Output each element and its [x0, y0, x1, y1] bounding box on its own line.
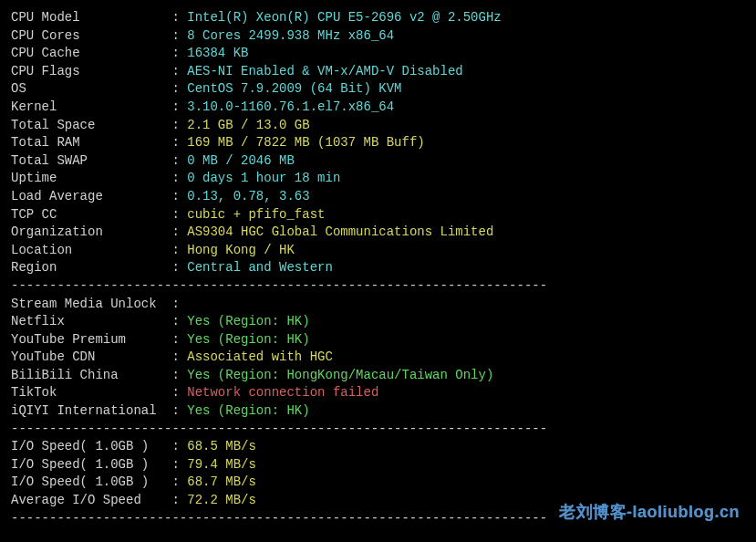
info-row: I/O Speed( 1.0GB ) : 68.7 MB/s	[11, 474, 745, 492]
info-row: Stream Media Unlock :	[11, 296, 745, 314]
info-row: Total Space : 2.1 GB / 13.0 GB	[11, 117, 745, 135]
colon: :	[171, 474, 187, 489]
row-value: AS9304 HGC Global Communications Limited	[187, 224, 493, 239]
row-value: 0 MB / 2046 MB	[187, 153, 295, 168]
row-label: Organization	[11, 224, 171, 239]
row-label: Netflix	[11, 314, 171, 328]
row-label: iQIYI International	[11, 403, 171, 418]
row-label: OS	[11, 81, 171, 96]
row-value: 72.2 MB/s	[187, 493, 256, 507]
row-value: 68.7 MB/s	[187, 474, 256, 489]
row-value: Central and Western	[187, 260, 333, 275]
row-value: 0.13, 0.78, 3.63	[187, 189, 309, 203]
row-label: Total SWAP	[11, 153, 171, 168]
colon: :	[171, 189, 187, 203]
row-value: Intel(R) Xeon(R) CPU E5-2696 v2 @ 2.50GH…	[187, 10, 501, 25]
row-value: Yes (Region: HongKong/Macau/Taiwan Only)	[187, 368, 493, 382]
colon: :	[171, 64, 187, 78]
info-row: Netflix : Yes (Region: HK)	[11, 313, 745, 331]
colon: :	[171, 493, 187, 507]
row-label: CPU Model	[11, 10, 171, 25]
row-label: TCP CC	[11, 207, 171, 222]
info-row: I/O Speed( 1.0GB ) : 68.5 MB/s	[11, 438, 745, 456]
colon: :	[171, 171, 187, 185]
info-row: BiliBili China : Yes (Region: HongKong/M…	[11, 367, 745, 385]
row-label: TikTok	[11, 385, 171, 400]
row-label: I/O Speed( 1.0GB )	[11, 474, 171, 489]
stream-unlock-section: Stream Media Unlock : Netflix : Yes (Reg…	[11, 296, 745, 421]
row-label: CPU Cache	[11, 46, 171, 60]
info-row: Organization : AS9304 HGC Global Communi…	[11, 224, 745, 242]
info-row: CPU Flags : AES-NI Enabled & VM-x/AMD-V …	[11, 63, 745, 81]
info-row: I/O Speed( 1.0GB ) : 79.4 MB/s	[11, 456, 745, 474]
system-info-section: CPU Model : Intel(R) Xeon(R) CPU E5-2696…	[11, 9, 745, 277]
colon: :	[171, 99, 187, 114]
colon: :	[171, 260, 187, 275]
colon: :	[171, 224, 187, 239]
colon: :	[171, 207, 187, 222]
colon: :	[171, 403, 187, 418]
row-label: Kernel	[11, 99, 171, 114]
watermark: 老刘博客-laoliublog.cn	[559, 501, 740, 524]
row-value: 16384 KB	[187, 46, 248, 60]
colon: :	[171, 10, 187, 25]
row-value: 79.4 MB/s	[187, 457, 256, 472]
colon: :	[171, 153, 187, 168]
row-value: 3.10.0-1160.76.1.el7.x86_64	[187, 99, 394, 114]
colon: :	[171, 368, 187, 382]
info-row: YouTube Premium : Yes (Region: HK)	[11, 331, 745, 349]
row-label: Stream Media Unlock	[11, 297, 171, 311]
info-row: CPU Cores : 8 Cores 2499.938 MHz x86_64	[11, 27, 745, 46]
row-label: Uptime	[11, 171, 171, 185]
row-label: I/O Speed( 1.0GB )	[11, 439, 171, 453]
info-row: Location : Hong Kong / HK	[11, 242, 745, 260]
row-value: AES-NI Enabled & VM-x/AMD-V Disabled	[187, 64, 462, 78]
row-label: Load Average	[11, 189, 171, 203]
row-value: Yes (Region: HK)	[187, 314, 309, 328]
divider: ----------------------------------------…	[11, 421, 745, 439]
row-label: BiliBili China	[11, 368, 171, 382]
colon: :	[171, 243, 187, 257]
row-label: Average I/O Speed	[11, 493, 171, 507]
colon: :	[171, 314, 187, 328]
info-row: Kernel : 3.10.0-1160.76.1.el7.x86_64	[11, 99, 745, 117]
info-row: iQIYI International : Yes (Region: HK)	[11, 402, 745, 421]
info-row: Load Average : 0.13, 0.78, 3.63	[11, 188, 745, 206]
divider: ----------------------------------------…	[11, 277, 745, 296]
row-label: CPU Flags	[11, 64, 171, 78]
row-value: cubic + pfifo_fast	[187, 207, 325, 222]
info-row: Total SWAP : 0 MB / 2046 MB	[11, 152, 745, 171]
colon: :	[171, 81, 187, 96]
row-value: Yes (Region: HK)	[187, 403, 309, 418]
colon: :	[171, 349, 187, 364]
row-value: Yes (Region: HK)	[187, 332, 309, 347]
colon: :	[171, 457, 187, 472]
row-value: 8 Cores 2499.938 MHz x86_64	[187, 28, 394, 43]
info-row: CPU Model : Intel(R) Xeon(R) CPU E5-2696…	[11, 9, 745, 27]
colon: :	[171, 135, 187, 150]
row-label: Location	[11, 243, 171, 257]
row-label: Total Space	[11, 118, 171, 132]
info-row: Uptime : 0 days 1 hour 18 min	[11, 170, 745, 188]
info-row: TCP CC : cubic + pfifo_fast	[11, 206, 745, 224]
colon: :	[171, 332, 187, 347]
info-row: YouTube CDN : Associated with HGC	[11, 349, 745, 367]
colon: :	[171, 46, 187, 60]
io-speed-section: I/O Speed( 1.0GB ) : 68.5 MB/sI/O Speed(…	[11, 438, 745, 509]
colon: :	[171, 118, 187, 132]
row-value: Associated with HGC	[187, 349, 333, 364]
row-value: CentOS 7.9.2009 (64 Bit) KVM	[187, 81, 401, 96]
info-row: CPU Cache : 16384 KB	[11, 45, 745, 63]
row-value: 169 MB / 7822 MB (1037 MB Buff)	[187, 135, 424, 150]
colon: :	[171, 385, 187, 400]
row-label: Total RAM	[11, 135, 171, 150]
row-value: 0 days 1 hour 18 min	[187, 171, 340, 185]
colon: :	[171, 28, 187, 43]
row-label: YouTube Premium	[11, 332, 171, 347]
row-label: Region	[11, 260, 171, 275]
row-value: Network connection failed	[187, 385, 378, 400]
info-row: Region : Central and Western	[11, 259, 745, 277]
row-label: CPU Cores	[11, 28, 171, 43]
colon: :	[171, 439, 187, 453]
row-value: 2.1 GB / 13.0 GB	[187, 118, 309, 132]
